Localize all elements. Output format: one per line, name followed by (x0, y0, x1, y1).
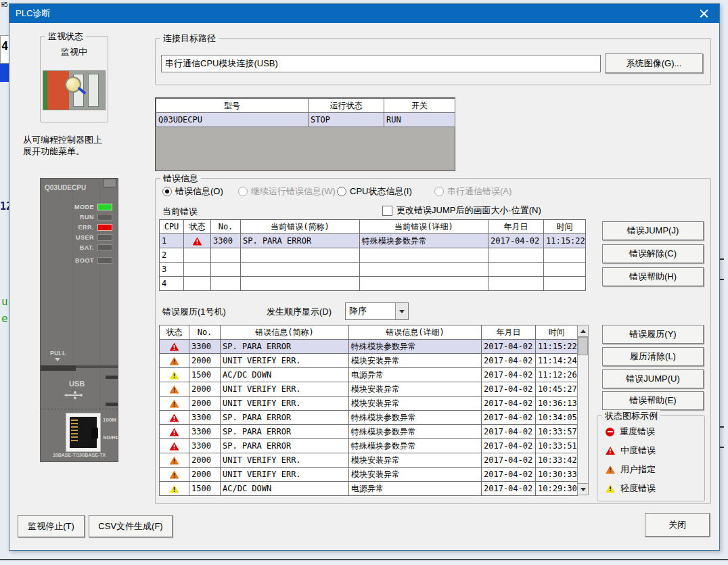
current-error-label: 当前错误 (162, 206, 198, 218)
titlebar[interactable]: PLC诊断 (9, 4, 719, 23)
radio-icon (162, 187, 172, 196)
boot-led-icon (97, 257, 112, 264)
radio-serial-error: 串行通信错误(A) (434, 185, 511, 198)
severity-icon (170, 400, 179, 408)
history-row[interactable]: 3300SP. PARA ERROR特殊模块参数异常2017-04-0211:1… (160, 340, 578, 354)
history-row[interactable]: 2000UNIT VERIFY ERR.模块安装异常2017-04-0210:4… (160, 382, 578, 397)
eth-sdrd-label: SD/RD (103, 434, 116, 440)
error-info-group: 错误信息 错误信息(O) 继续运行错误信息(W) CPU状态信息(I) 串行通信… (155, 178, 711, 504)
background-artifact (719, 279, 724, 280)
severity-icon (170, 357, 179, 365)
severity-icon (170, 386, 179, 394)
scroll-up-button[interactable] (578, 325, 588, 337)
user-led-icon (97, 234, 112, 241)
scrollbar-thumb[interactable] (578, 337, 588, 355)
history-row[interactable]: 2000UNIT VERIFY ERR.模块安装异常2017-04-0210:3… (160, 397, 578, 411)
radio-icon (337, 187, 346, 196)
csv-generate-button[interactable]: CSV文件生成(F) (89, 515, 173, 537)
severity-icon (170, 485, 179, 493)
bat-led-label: BAT. (80, 244, 94, 251)
scroll-down-button[interactable] (578, 483, 588, 495)
history-row[interactable]: 1500AC/DC DOWN电源异常2017-04-0210:29:30 (160, 482, 578, 496)
background-artifact (719, 258, 724, 260)
history-table-header: 状态No.错误信息(简称)错误信息(详细)年月日时间 (160, 325, 578, 340)
dropdown-button[interactable] (395, 303, 408, 319)
error-history-label: 错误履历(1号机) (162, 306, 226, 318)
usb-label: USB (69, 380, 85, 388)
usb-icon (64, 391, 84, 399)
order-dropdown[interactable]: 降序 (345, 302, 409, 320)
close-button[interactable] (688, 4, 719, 23)
radio-error-info[interactable]: 错误信息(O) (162, 185, 223, 198)
scroll-down-icon (581, 488, 586, 491)
severity-icon (170, 428, 179, 436)
monitor-stop-button[interactable]: 监视停止(T) (18, 515, 85, 537)
system-image-button[interactable]: 系统图像(G)... (605, 53, 703, 73)
mode-led-label: MODE (74, 204, 94, 210)
radio-cpu-status[interactable]: CPU状态信息(I) (337, 185, 412, 198)
plc-module-graphic[interactable]: Q03UDECPU MODE RUN ERR. USER BAT. BOOT P… (40, 178, 118, 462)
legend-item: 轻度错误 (606, 482, 656, 495)
connection-group-label: 连接目标路径 (160, 32, 219, 45)
err-led-icon (97, 224, 112, 231)
model-table-wrap: 型号运行状态开关 Q03UDECPUSTOPRUN (155, 97, 455, 171)
model-table-row[interactable]: Q03UDECPUSTOPRUN (156, 113, 455, 127)
severity-icon (170, 457, 179, 465)
history-row[interactable]: 2000UNIT VERIFY ERR.模块安装异常2017-04-0210:3… (160, 453, 578, 468)
current-table-header: CPU状态No.当前错误(简称)当前错误(详细)年月日时间 (160, 220, 586, 234)
background-artifact (719, 426, 724, 428)
history-row[interactable]: 3300SP. PARA ERROR特殊模块参数异常2017-04-0210:3… (160, 411, 578, 425)
chevron-down-icon (399, 310, 405, 313)
error-info-group-label: 错误信息 (160, 173, 201, 185)
current-errors-table: CPU状态No.当前错误(简称)当前错误(详细)年月日时间 1 3300 SP.… (159, 219, 586, 291)
error-history-button[interactable]: 错误履历(Y) (602, 325, 704, 344)
legend-item: 用户指定 (606, 464, 656, 476)
error-history-table: 状态No.错误信息(简称)错误信息(详细)年月日时间 3300SP. PARA … (159, 325, 578, 496)
pull-label: PULL (50, 350, 66, 357)
user-led-label: USER (76, 234, 94, 241)
run-led-icon (97, 214, 112, 221)
history-error-jump-button[interactable]: 错误JUMP(U) (602, 369, 704, 388)
error-jump-button[interactable]: 错误JUMP(J) (602, 221, 704, 240)
scroll-up-icon (581, 330, 586, 333)
history-scrollbar[interactable] (577, 325, 589, 495)
background-fragment: 4 (1, 39, 8, 53)
severity-icon (170, 414, 179, 422)
order-dropdown-value: 降序 (346, 305, 395, 317)
current-error-row[interactable]: 2 (160, 248, 586, 263)
background-fragment: H5 (1, 3, 8, 8)
connection-path-field[interactable]: 串行通信CPU模块连接(USB) (161, 55, 601, 72)
hint-line2: 展开功能菜单。 (23, 145, 85, 158)
history-row[interactable]: 1500AC/DC DOWN电源异常2017-04-0211:12:26 (160, 368, 578, 382)
radio-continue-error: 继续运行错误信息(W) (238, 185, 336, 198)
module-notch-right (106, 403, 118, 406)
close-dialog-button[interactable]: 关闭 (645, 513, 710, 537)
background-fragment: e (1, 312, 8, 325)
radio-icon (434, 187, 444, 196)
history-row[interactable]: 2000UNIT VERIFY ERR.模块安装异常2017-04-0210:3… (160, 468, 578, 482)
monitor-group-label: 监视状态 (45, 30, 86, 43)
error-help-button[interactable]: 错误帮助(H) (602, 267, 704, 286)
magnifier-icon (65, 76, 83, 94)
boot-led-label: BOOT (75, 257, 94, 264)
current-error-row[interactable]: 1 3300 SP. PARA ERROR 特殊模块参数异常 2017-04-0… (160, 234, 586, 248)
minor-error-icon (606, 484, 615, 493)
history-row[interactable]: 3300SP. PARA ERROR特殊模块参数异常2017-04-0210:3… (160, 425, 578, 439)
medium-error-icon (606, 447, 615, 455)
severe-error-icon (606, 428, 614, 436)
legend-group-label: 状态图标示例 (602, 410, 660, 422)
pull-arrow-icon (55, 358, 60, 361)
history-row[interactable]: 3300SP. PARA ERROR特殊模块参数异常2017-04-0210:3… (160, 439, 578, 453)
mode-led-icon (97, 204, 112, 210)
history-error-help-button[interactable]: 错误帮助(E) (602, 391, 704, 410)
current-error-row[interactable]: 3 (160, 263, 586, 277)
error-clear-button[interactable]: 错误解除(C) (602, 244, 704, 263)
connection-path-group: 连接目标路径 串行通信CPU模块连接(USB) 系统图像(G)... (155, 38, 711, 85)
history-row[interactable]: 2000UNIT VERIFY ERR.模块安装异常2017-04-0211:1… (160, 354, 578, 368)
current-error-row[interactable]: 4 (160, 277, 586, 291)
model-table-header: 型号运行状态开关 (156, 99, 455, 113)
photo-slot (88, 74, 99, 107)
resize-jump-checkbox[interactable]: 更改错误JUMP后的画面大小·位置(N) (382, 204, 541, 217)
history-clear-button[interactable]: 履历清除(L) (602, 347, 704, 366)
background-artifact (0, 64, 9, 82)
